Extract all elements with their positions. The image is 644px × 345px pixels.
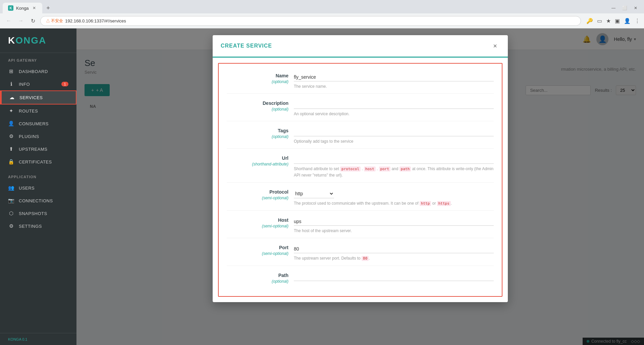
description-input[interactable] bbox=[294, 100, 494, 109]
sidebar-item-label: SERVICES bbox=[19, 95, 43, 100]
form-row-port: Port (semi-optional) The upstream server… bbox=[227, 241, 494, 266]
description-hint: An optional service description. bbox=[294, 111, 494, 117]
connections-icon: 📷 bbox=[8, 198, 15, 204]
tab-close-window-button[interactable]: ✕ bbox=[634, 6, 637, 10]
host-label-col: Host (semi-optional) bbox=[227, 217, 294, 234]
description-label: Description bbox=[227, 100, 288, 106]
refresh-button[interactable]: ↻ bbox=[28, 16, 38, 25]
browser-actions: 🔑 ▭ ★ ▣ 👤 ⋮ bbox=[586, 18, 640, 24]
path-label-col: Path (optional) bbox=[227, 273, 294, 284]
forward-button[interactable]: → bbox=[16, 16, 25, 25]
form-row-tags: Tags (optional) Optionally add tags to t… bbox=[227, 124, 494, 149]
bookmark-icon[interactable]: ★ bbox=[606, 18, 611, 24]
url-label: Url bbox=[227, 155, 288, 161]
description-input-col: An optional service description. bbox=[294, 100, 494, 117]
form-row-url: Url (shorthand-attribute) Shorthand attr… bbox=[227, 151, 494, 183]
back-button[interactable]: ← bbox=[4, 16, 13, 25]
sidebar-item-users[interactable]: 👥 USERS bbox=[0, 182, 76, 194]
api-gateway-label: API GATEWAY bbox=[0, 57, 76, 65]
sidebar: KONGA API GATEWAY ⊞ DASHBOARD ℹ INFO 1 ☁… bbox=[0, 28, 76, 345]
menu-icon[interactable]: ⋮ bbox=[635, 18, 640, 24]
url-label-col: Url (shorthand-attribute) bbox=[227, 155, 294, 178]
profile-icon[interactable]: 👤 bbox=[624, 18, 631, 24]
sidebar-item-plugins[interactable]: ⚙ PLUGINS bbox=[0, 130, 76, 143]
sidebar-item-label: INFO bbox=[19, 82, 30, 87]
sidebar-item-services[interactable]: ☁ SERVICES bbox=[0, 90, 76, 105]
consumer-icon: 👤 bbox=[8, 121, 15, 127]
tags-label-col: Tags (optional) bbox=[227, 128, 294, 144]
url-sub-label: (shorthand-attribute) bbox=[252, 162, 288, 166]
port-input[interactable] bbox=[294, 245, 494, 253]
path-input[interactable] bbox=[294, 273, 494, 281]
protocol-input-col: http https The protocol used to communic… bbox=[294, 189, 494, 207]
application-label: APPLICATION bbox=[0, 174, 76, 182]
service-form: Name (optional) The service name. bbox=[218, 63, 502, 297]
settings-icon: ⚙ bbox=[8, 223, 15, 229]
sidebar-item-label: CONNECTIONS bbox=[19, 198, 53, 203]
upstream-icon: ⬆ bbox=[8, 146, 15, 152]
port-hint: The upstream server port. Defaults to 80… bbox=[294, 255, 494, 262]
modal-overlay: CREATE SERVICE × 3 Name (optional) bbox=[76, 28, 644, 345]
description-label-col: Description (optional) bbox=[227, 100, 294, 117]
sidebar-item-label: UPSTREAMS bbox=[19, 147, 47, 152]
info-badge: 1 bbox=[61, 82, 68, 86]
tab-title: Konga bbox=[16, 6, 29, 11]
host-label: Host bbox=[227, 217, 288, 223]
name-input[interactable] bbox=[294, 73, 494, 81]
sidebar-item-routes[interactable]: ✦ ROUTES bbox=[0, 105, 76, 117]
tags-label: Tags bbox=[227, 128, 288, 133]
tab-maximize-button[interactable]: ⬜ bbox=[622, 6, 627, 10]
protocol-select[interactable]: http https bbox=[294, 189, 334, 198]
sidebar-section-application: APPLICATION 👥 USERS 📷 CONNECTIONS ⬡ SNAP… bbox=[0, 169, 76, 234]
konga-version: KONGA 0.1 bbox=[0, 333, 76, 345]
port-sub-label: (semi-optional) bbox=[262, 251, 288, 256]
sidebar-item-dashboard[interactable]: ⊞ DASHBOARD bbox=[0, 65, 76, 78]
sidebar-item-info[interactable]: ℹ INFO 1 bbox=[0, 78, 76, 90]
tab-bar: K Konga ✕ + — ⬜ ✕ bbox=[0, 0, 644, 13]
name-input-col: The service name. bbox=[294, 73, 494, 89]
snapshots-icon: ⬡ bbox=[8, 210, 15, 216]
cloud-icon: ☁ bbox=[9, 94, 15, 100]
sidebar-item-consumers[interactable]: 👤 CONSUMERS bbox=[0, 117, 76, 130]
cast-icon[interactable]: ▭ bbox=[597, 18, 602, 24]
modal-close-button[interactable]: × bbox=[490, 41, 500, 51]
sidebar-item-label: CONSUMERS bbox=[19, 121, 49, 126]
modal-title: CREATE SERVICE bbox=[221, 43, 272, 49]
sidebar-item-upstreams[interactable]: ⬆ UPSTREAMS bbox=[0, 143, 76, 155]
host-input[interactable] bbox=[294, 217, 494, 226]
split-icon[interactable]: ▣ bbox=[615, 18, 620, 24]
path-label: Path bbox=[227, 273, 288, 278]
modal-body: 3 Name (optional) The service na bbox=[213, 58, 508, 302]
sidebar-item-certificates[interactable]: 🔒 CERTIFICATES bbox=[0, 155, 76, 168]
address-text: 192.168.0.106:1337/#!/services bbox=[65, 18, 126, 23]
address-input[interactable]: △ 不安全 192.168.0.106:1337/#!/services bbox=[40, 16, 581, 26]
url-input[interactable] bbox=[294, 155, 494, 164]
tab-close-button[interactable]: ✕ bbox=[32, 5, 37, 11]
browser-tab[interactable]: K Konga ✕ bbox=[3, 3, 42, 13]
port-input-col: The upstream server port. Defaults to 80… bbox=[294, 245, 494, 262]
key-icon[interactable]: 🔑 bbox=[586, 18, 593, 24]
tab-favicon: K bbox=[8, 5, 13, 11]
sidebar-item-label: SETTINGS bbox=[19, 224, 42, 229]
name-hint: The service name. bbox=[294, 83, 494, 89]
description-sub-label: (optional) bbox=[272, 107, 288, 112]
url-input-col: Shorthand attribute to set protocol . ho… bbox=[294, 155, 494, 178]
modal-form-wrapper: 3 Name (optional) The service na bbox=[218, 63, 502, 297]
sidebar-item-label: ROUTES bbox=[19, 109, 38, 114]
sidebar-item-label: CERTIFICATES bbox=[19, 159, 52, 164]
tab-minimize-button[interactable]: — bbox=[611, 6, 615, 10]
sidebar-item-settings[interactable]: ⚙ SETTINGS bbox=[0, 220, 76, 232]
tags-hint: Optionally add tags to the service bbox=[294, 138, 494, 144]
new-tab-button[interactable]: + bbox=[44, 3, 53, 13]
sidebar-item-connections[interactable]: 📷 CONNECTIONS bbox=[0, 194, 76, 207]
form-row-host: Host (semi-optional) The host of the ups… bbox=[227, 213, 494, 238]
tags-input-col: Optionally add tags to the service bbox=[294, 128, 494, 144]
sidebar-item-snapshots[interactable]: ⬡ SNAPSHOTS bbox=[0, 207, 76, 220]
port-label: Port bbox=[227, 245, 288, 250]
port-label-col: Port (semi-optional) bbox=[227, 245, 294, 262]
browser-chrome: K Konga ✕ + — ⬜ ✕ ← → ↻ △ 不安全 192.168.0.… bbox=[0, 0, 644, 28]
tags-input[interactable] bbox=[294, 128, 494, 136]
name-sub-label: (optional) bbox=[272, 79, 288, 84]
form-row-name: Name (optional) The service name. bbox=[227, 69, 494, 94]
form-row-path: Path (optional) bbox=[227, 269, 494, 288]
